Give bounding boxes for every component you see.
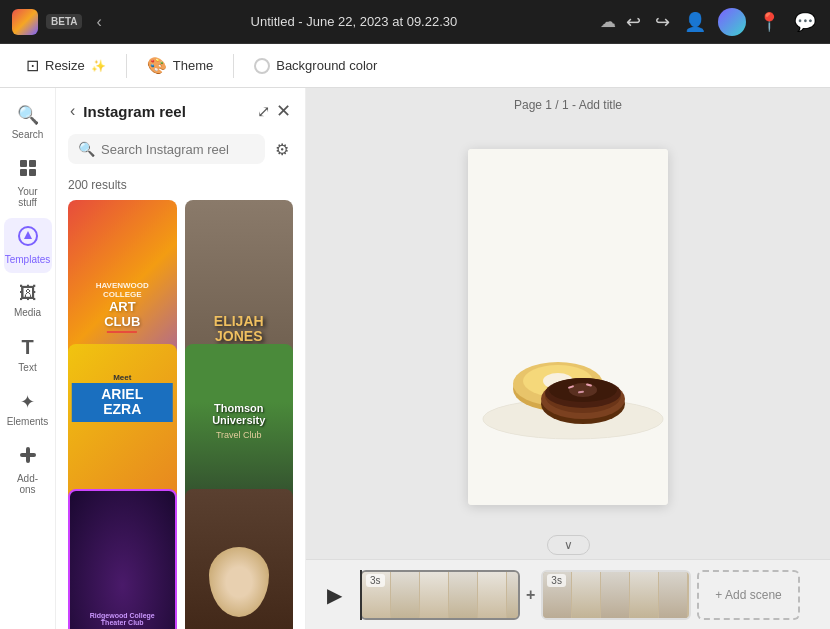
svg-point-19 [569, 383, 597, 397]
media-icon: 🖼 [19, 283, 37, 304]
svg-rect-0 [20, 160, 27, 167]
topbar: BETA ‹ Untitled - June 22, 2023 at 09.22… [0, 0, 830, 44]
donut-illustration [468, 149, 668, 505]
filter-button[interactable]: ⚙ [271, 136, 293, 163]
page-label[interactable]: Page 1 / 1 - Add title [306, 88, 830, 122]
timeline: ▶ 3s + [306, 559, 830, 629]
scene-1-duration: 3s [366, 574, 385, 587]
add-ons-icon [18, 445, 38, 470]
timeline-collapse-button[interactable]: ∨ [547, 535, 590, 555]
panel-expand-button[interactable]: ⤢ [257, 100, 270, 122]
timeline-toggle[interactable]: ∨ [306, 531, 830, 559]
svg-rect-7 [26, 447, 30, 463]
scene-1-thumbnails [362, 572, 518, 618]
sidebar-item-elements[interactable]: ✦ Elements [4, 383, 52, 435]
svg-rect-3 [29, 169, 36, 176]
timeline-track: 3s + 3s [360, 570, 818, 620]
toolbar-divider-2 [233, 54, 234, 78]
template-card[interactable]: Ridgewood CollegeTheater Club SHOWSTOPPE… [68, 489, 177, 629]
comments-button[interactable]: 💬 [792, 9, 818, 35]
background-color-button[interactable]: Background color [242, 52, 389, 80]
topbar-actions: ↩ ↪ 👤 📍 💬 [624, 8, 818, 36]
canva-logo [12, 9, 38, 35]
cloud-sync-icon: ☁ [600, 12, 616, 31]
template-grid: HAVENWOOD COLLEGE ART CLUB ▶ ELIJAHJONES… [56, 200, 305, 629]
sidebar-elements-label: Elements [7, 416, 49, 427]
resize-label: Resize [45, 58, 85, 73]
panel-title: Instagram reel [83, 103, 249, 120]
add-scene-button[interactable]: + Add scene [697, 570, 799, 620]
sidebar-search-label: Search [12, 129, 44, 140]
templates-icon [18, 226, 38, 251]
scene-block-2[interactable]: 3s [541, 570, 691, 620]
theme-icon: 🎨 [147, 56, 167, 75]
resize-button[interactable]: ⊡ Resize ✨ [14, 50, 118, 81]
scene-connector: + [526, 586, 535, 604]
your-stuff-icon [18, 158, 38, 183]
main-content: 🔍 Search Your stuff Templates 🖼 Media T … [0, 88, 830, 629]
scene-block-1[interactable]: 3s [360, 570, 520, 620]
panel-header-actions: ⤢ ✕ [257, 100, 291, 122]
play-button[interactable]: ▶ [318, 579, 350, 611]
beta-badge: BETA [46, 14, 82, 29]
sidebar-media-label: Media [14, 307, 41, 318]
results-count: 200 results [56, 174, 305, 200]
sidebar-your-stuff-label: Your stuff [10, 186, 46, 208]
resize-icon: ⊡ [26, 56, 39, 75]
scene-2-duration: 3s [547, 574, 566, 587]
back-nav-button[interactable]: ‹ [90, 11, 107, 33]
avatar[interactable] [718, 8, 746, 36]
sidebar-item-add-ons[interactable]: Add-ons [4, 437, 52, 503]
panel-back-button[interactable]: ‹ [70, 102, 75, 120]
theme-button[interactable]: 🎨 Theme [135, 50, 225, 81]
canvas-content [468, 149, 668, 505]
sidebar-item-search[interactable]: 🔍 Search [4, 96, 52, 148]
panel-close-button[interactable]: ✕ [276, 100, 291, 122]
toolbar-divider-1 [126, 54, 127, 78]
svg-marker-5 [24, 231, 32, 239]
theme-label: Theme [173, 58, 213, 73]
magic-icon: ✨ [91, 59, 106, 73]
canvas-area: Page 1 / 1 - Add title [306, 88, 830, 629]
sidebar-item-templates[interactable]: Templates [4, 218, 52, 273]
canvas-wrapper[interactable] [306, 122, 830, 531]
background-color-label: Background color [276, 58, 377, 73]
svg-rect-1 [29, 160, 36, 167]
sidebar-add-ons-label: Add-ons [10, 473, 46, 495]
sidebar-item-your-stuff[interactable]: Your stuff [4, 150, 52, 216]
search-input-icon: 🔍 [78, 141, 95, 157]
document-title[interactable]: Untitled - June 22, 2023 at 09.22.30 [116, 14, 592, 29]
canvas [468, 149, 668, 505]
elements-icon: ✦ [20, 391, 35, 413]
sidebar-icons: 🔍 Search Your stuff Templates 🖼 Media T … [0, 88, 56, 629]
panel-search: 🔍 ⚙ [56, 134, 305, 174]
search-input[interactable] [101, 142, 255, 157]
sidebar-templates-label: Templates [5, 254, 51, 265]
redo-button[interactable]: ↪ [653, 9, 672, 35]
share-button[interactable]: 👤 [682, 9, 708, 35]
sidebar-item-text[interactable]: T Text [4, 328, 52, 381]
sidebar-text-label: Text [18, 362, 36, 373]
template-card[interactable] [185, 489, 294, 629]
template-panel: ‹ Instagram reel ⤢ ✕ 🔍 ⚙ 200 results [56, 88, 306, 629]
svg-rect-8 [468, 149, 668, 505]
background-color-icon [254, 58, 270, 74]
location-button[interactable]: 📍 [756, 9, 782, 35]
text-icon: T [21, 336, 33, 359]
toolbar: ⊡ Resize ✨ 🎨 Theme Background color [0, 44, 830, 88]
panel-header: ‹ Instagram reel ⤢ ✕ [56, 88, 305, 134]
sidebar-item-media[interactable]: 🖼 Media [4, 275, 52, 326]
svg-rect-2 [20, 169, 27, 176]
undo-button[interactable]: ↩ [624, 9, 643, 35]
nav-buttons: ‹ [90, 11, 107, 33]
search-icon: 🔍 [17, 104, 39, 126]
timeline-playhead [360, 570, 362, 620]
